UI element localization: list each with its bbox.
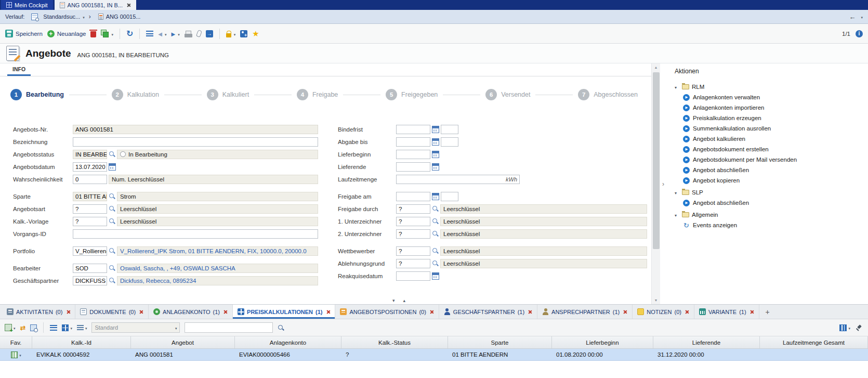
bottom-tab[interactable]: NOTIZEN (0) bbox=[633, 305, 694, 319]
lock-button[interactable] bbox=[226, 30, 236, 37]
field-input[interactable] bbox=[396, 125, 430, 134]
back-arrow-icon[interactable] bbox=[849, 13, 856, 21]
scrollbar-down-arrow[interactable] bbox=[654, 296, 658, 304]
field-input[interactable] bbox=[396, 150, 430, 159]
nav-back-button[interactable] bbox=[158, 31, 166, 37]
breadcrumb[interactable]: ANG 00015... bbox=[89, 13, 141, 20]
status-step[interactable]: 6 Versendet bbox=[485, 89, 578, 100]
field-input[interactable] bbox=[73, 229, 318, 239]
lookup-icon[interactable] bbox=[109, 277, 115, 284]
field-input[interactable]: ? bbox=[396, 229, 430, 239]
field-input[interactable]: ? bbox=[73, 217, 107, 226]
chevron-down-icon[interactable] bbox=[848, 324, 850, 331]
bottom-tab[interactable]: GESCHÄFTSPARTNER (1) bbox=[439, 305, 537, 319]
bottom-tab[interactable]: DOKUMENTE (0) bbox=[75, 305, 149, 319]
column-header[interactable]: Sparte bbox=[448, 336, 552, 348]
radio-button[interactable] bbox=[120, 151, 126, 157]
lookup-icon[interactable] bbox=[432, 218, 439, 225]
add-tab-button[interactable]: + bbox=[759, 305, 776, 319]
breadcrumb[interactable]: Standardsuc... bbox=[29, 14, 84, 20]
action-item[interactable]: Anlagenkonten verwalten bbox=[675, 92, 868, 102]
save-button[interactable]: Speichern bbox=[5, 30, 43, 37]
action-item[interactable]: Preiskalkulation erzeugen bbox=[675, 113, 868, 123]
close-tab-icon[interactable] bbox=[430, 310, 434, 314]
action-item[interactable]: Events anzeigen bbox=[675, 220, 868, 230]
field-input[interactable]: IN BEARBEI bbox=[73, 150, 107, 159]
action-item[interactable]: Angebot kalkulieren bbox=[675, 134, 868, 144]
field-input[interactable]: 01 BITTE AE bbox=[73, 192, 107, 201]
delete-button[interactable] bbox=[90, 30, 96, 37]
lookup-icon[interactable] bbox=[109, 193, 115, 200]
view-select[interactable]: Standard bbox=[91, 322, 180, 333]
lookup-icon[interactable] bbox=[432, 247, 439, 254]
close-tab-icon[interactable] bbox=[139, 310, 143, 314]
print-button[interactable] bbox=[185, 30, 192, 37]
close-icon[interactable] bbox=[127, 3, 131, 7]
close-tab-icon[interactable] bbox=[685, 310, 689, 314]
lookup-icon[interactable] bbox=[109, 265, 115, 271]
duplicate-button[interactable] bbox=[101, 30, 113, 37]
field-input[interactable] bbox=[73, 137, 318, 147]
action-item[interactable]: Angebot kopieren bbox=[675, 175, 868, 186]
field-input[interactable] bbox=[396, 162, 430, 172]
status-step[interactable]: 4 Freigabe bbox=[297, 89, 386, 100]
action-item[interactable]: Angebot abschließen bbox=[675, 165, 868, 175]
time-input[interactable] bbox=[441, 137, 458, 147]
grid-transfer-button[interactable] bbox=[20, 324, 26, 332]
chevron-down-icon[interactable] bbox=[19, 351, 21, 358]
bottom-tab[interactable]: ANGEBOTSPOSITIONEN (0) bbox=[335, 305, 439, 319]
action-item[interactable]: Summenkalkulation ausrollen bbox=[675, 123, 868, 134]
export-button[interactable] bbox=[206, 30, 213, 37]
lookup-icon[interactable] bbox=[432, 230, 439, 237]
chevron-down-icon[interactable] bbox=[83, 14, 85, 20]
grid-new-record-button[interactable] bbox=[5, 324, 16, 331]
field-input[interactable]: SOD bbox=[73, 264, 107, 273]
refresh-button[interactable] bbox=[126, 29, 133, 38]
action-item[interactable]: Angebotsdokument per Mail versenden bbox=[675, 154, 868, 165]
close-tab-icon[interactable] bbox=[528, 310, 532, 314]
scroll-down-icon[interactable] bbox=[392, 296, 395, 304]
bottom-tab[interactable]: PREISKALKULATIONEN (1) bbox=[233, 305, 335, 319]
close-tab-icon[interactable] bbox=[623, 310, 627, 314]
scrollbar-up-arrow[interactable] bbox=[654, 63, 658, 71]
nav-forward-button[interactable] bbox=[172, 31, 180, 37]
field-input[interactable]: 13.07.2020 bbox=[73, 162, 107, 172]
time-input[interactable] bbox=[441, 125, 458, 134]
chevron-down-icon[interactable] bbox=[675, 189, 679, 195]
column-header[interactable]: Lieferbeginn bbox=[552, 336, 653, 348]
field-input[interactable]: DICKFUSS R bbox=[73, 276, 107, 285]
lookup-icon[interactable] bbox=[109, 151, 115, 158]
lookup-icon[interactable] bbox=[432, 260, 439, 267]
vertical-scrollbar[interactable] bbox=[651, 63, 660, 304]
window-tab[interactable]: ANG 0001581, IN B... bbox=[55, 0, 136, 10]
column-header[interactable]: Kalk.-Status bbox=[341, 336, 448, 348]
action-item[interactable]: Angebot abschließen bbox=[675, 198, 868, 208]
calendar-icon[interactable] bbox=[109, 163, 116, 171]
field-input[interactable]: ? bbox=[73, 204, 107, 214]
field-input[interactable]: ANG 0001581 bbox=[73, 125, 318, 134]
status-step[interactable]: 3 Kalkuliert bbox=[207, 89, 297, 100]
field-input[interactable]: 0 bbox=[73, 175, 107, 184]
column-header[interactable]: Anlagenkonto bbox=[235, 336, 341, 348]
pin-panel-button[interactable] bbox=[856, 324, 862, 331]
column-header[interactable]: Angebot bbox=[131, 336, 235, 348]
chevron-down-icon[interactable] bbox=[111, 31, 113, 37]
chevron-down-icon[interactable] bbox=[14, 324, 16, 331]
action-group-header[interactable]: SLP bbox=[675, 187, 868, 198]
chevron-down-icon[interactable] bbox=[85, 324, 87, 331]
action-item[interactable]: Angebotsdokument erstellen bbox=[675, 144, 868, 154]
chevron-down-icon[interactable] bbox=[861, 14, 863, 20]
lookup-icon[interactable] bbox=[109, 218, 115, 225]
lookup-icon[interactable] bbox=[109, 247, 115, 254]
panel-collapse-hand[interactable] bbox=[660, 63, 666, 304]
attachment-button[interactable] bbox=[197, 30, 201, 37]
action-group-header[interactable]: Allgemein bbox=[675, 210, 868, 220]
status-step[interactable]: 5 Freigegeben bbox=[386, 89, 485, 100]
column-header[interactable]: Lieferende bbox=[653, 336, 760, 348]
chevron-down-icon[interactable] bbox=[70, 324, 72, 331]
column-chooser-button[interactable] bbox=[839, 324, 850, 331]
window-tab[interactable]: Mein Cockpit bbox=[1, 0, 53, 10]
field-input[interactable]: V_Rollierend bbox=[73, 246, 107, 256]
new-record-button[interactable]: Neuanlage bbox=[47, 30, 86, 37]
field-input[interactable]: ? bbox=[396, 204, 430, 214]
